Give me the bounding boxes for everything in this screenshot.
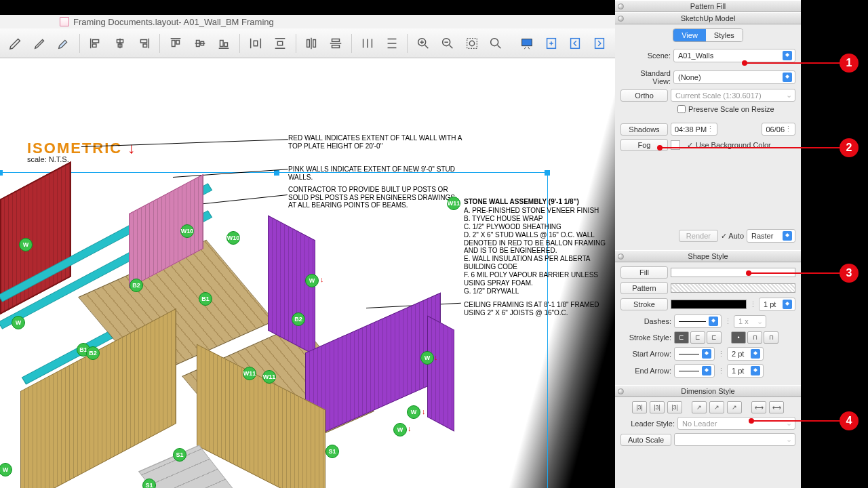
stroke-width-select[interactable]: 1 pt: [759, 298, 795, 311]
note-ceiling: CEILING FRAMING IS AT 8'-1 1/8" FRAMED U…: [464, 301, 615, 317]
note-pink-wall: PINK WALLS INDICATE EXTENT OF NEW 9'-0" …: [288, 165, 465, 181]
dashes-select[interactable]: [674, 314, 722, 328]
callout-2: 2: [840, 138, 859, 157]
stroke-swatch[interactable]: [671, 300, 747, 309]
badge-s1a: S1: [326, 445, 339, 458]
model-viewport[interactable]: W10 W10 W W B2 B1 B2 W B1 B2 W11 W11 W W…: [0, 187, 475, 488]
presentation-icon[interactable]: [518, 34, 536, 53]
note-stone-c: C. 1/2" PLYWOOD SHEATHING: [464, 223, 561, 231]
wall-purple-3: [427, 315, 454, 431]
preserve-scale-checkbox[interactable]: [677, 105, 686, 113]
prev-page-icon[interactable]: [567, 34, 585, 53]
note-stone-title: STONE WALL ASSEMBLY (9'-1 1/8"): [464, 198, 579, 206]
svg-point-3: [469, 41, 474, 45]
end-arrow-size[interactable]: 1 pt: [727, 364, 764, 378]
flip-v-icon[interactable]: [327, 34, 344, 53]
wall-purple-2: [305, 292, 441, 441]
note-stone-f: F. 6 MIL POLY VAPOUR BARRIER UNLESS USIN…: [464, 271, 615, 287]
align-middle-icon[interactable]: [191, 34, 209, 53]
highlighter-tool-icon[interactable]: [55, 34, 73, 53]
panel-shape-style-header[interactable]: Shape Style: [615, 250, 801, 262]
document-title: Framing Documents.layout- A01_Wall_BM Fr…: [73, 17, 274, 27]
svg-rect-8: [595, 38, 604, 48]
zoom-actual-icon[interactable]: [487, 34, 505, 53]
auto-render-checkbox[interactable]: ✓ Auto: [721, 232, 744, 241]
callout-stripe: [801, 0, 868, 488]
svg-rect-5: [522, 39, 532, 45]
tabs-view-styles[interactable]: View Styles: [673, 28, 743, 42]
start-arrow-select[interactable]: [674, 347, 715, 361]
badge-b1a: B1: [199, 292, 212, 306]
callout-1: 1: [840, 54, 859, 73]
zoom-out-icon[interactable]: [439, 34, 456, 53]
panel-sketchup-header[interactable]: SketchUp Model: [615, 12, 801, 24]
cap-style-group[interactable]: ⊏⊏⊏: [674, 331, 722, 344]
align-right-icon[interactable]: [136, 34, 153, 53]
dim-icon-row[interactable]: |3||3||3| ↗︎↗︎↗︎ ⟷⟷: [620, 401, 795, 413]
add-page-icon[interactable]: [542, 34, 560, 53]
render-mode-select[interactable]: Raster: [747, 229, 795, 243]
badge-w2: W: [305, 274, 319, 287]
badge-w1: W: [19, 238, 33, 251]
scale-select[interactable]: Current Scale (1:30.6017)⌄: [671, 89, 795, 102]
align-top-icon[interactable]: [167, 34, 184, 53]
badge-w10b: W10: [226, 231, 240, 245]
start-arrow-size[interactable]: 2 pt: [727, 347, 764, 361]
badge-w10a: W10: [180, 224, 194, 238]
note-stone-d: D. 2" X 6" STUD WALLS @ 16" O.C. WALL DE…: [464, 231, 615, 255]
align-center-h-icon[interactable]: [111, 34, 129, 53]
zoom-in-icon[interactable]: [414, 34, 432, 53]
autoscale-button[interactable]: Auto Scale: [620, 434, 671, 446]
viewport-title: ISOMETRIC: [27, 140, 122, 157]
align-left-icon[interactable]: [87, 34, 104, 53]
shadows-button[interactable]: Shadows: [620, 123, 668, 136]
distribute-gap-h-icon[interactable]: [359, 34, 376, 53]
pattern-button[interactable]: Pattern: [620, 282, 668, 294]
badge-w11a: W11: [243, 367, 256, 380]
pattern-swatch[interactable]: [671, 283, 795, 293]
canvas[interactable]: ISOMETRIC ↓ scale: N.T.S. RED WALL INDIC…: [0, 58, 615, 488]
pen-tool-icon[interactable]: [31, 34, 49, 53]
pencil-tool-icon[interactable]: [7, 34, 24, 53]
panel-dimension-style-header[interactable]: Dimension Style: [615, 385, 801, 397]
toolbar: [0, 28, 615, 58]
note-stone-a: A. PRE-FINISHED STONE VENEER FINISH: [464, 207, 599, 215]
flip-h-icon[interactable]: [303, 34, 321, 53]
badge-w-right: W: [420, 351, 434, 365]
badge-w6: W: [0, 463, 12, 476]
autoscale-select[interactable]: ⌄: [674, 433, 795, 446]
badge-w4: W: [407, 405, 420, 419]
inspector-panels: Pattern Fill SketchUp Model View Styles …: [615, 0, 801, 488]
callout-4: 4: [840, 411, 859, 430]
std-view-label: Standard View:: [620, 69, 671, 85]
next-page-icon[interactable]: [591, 34, 608, 53]
wall-tan-1: [20, 308, 176, 488]
document-icon: [60, 17, 69, 26]
join-style-group[interactable]: •⊓⊓: [731, 331, 778, 344]
distribute-h-icon[interactable]: [247, 34, 264, 53]
dash-scale-select[interactable]: 1 x⌄: [734, 315, 766, 328]
svg-rect-2: [467, 38, 477, 48]
badge-b2a: B2: [130, 279, 143, 292]
tab-styles[interactable]: Styles: [706, 29, 743, 41]
scene-select[interactable]: A01_Walls: [673, 49, 795, 62]
end-arrow-select[interactable]: [674, 364, 715, 378]
distribute-v-icon[interactable]: [271, 34, 289, 53]
svg-rect-7: [571, 38, 580, 48]
note-stone-e: E. WALL INSULATION AS PER ALBERTA BUILDI…: [464, 255, 615, 270]
render-button[interactable]: Render: [679, 230, 718, 242]
svg-point-4: [491, 38, 498, 45]
distribute-gap-v-icon[interactable]: [383, 34, 401, 53]
stroke-button[interactable]: Stroke: [620, 298, 668, 310]
leader-style-select[interactable]: No Leader⌄: [677, 417, 795, 430]
ortho-button[interactable]: Ortho: [620, 89, 668, 102]
shadow-time-input[interactable]: 04:38 PM⋮: [671, 123, 717, 136]
align-bottom-icon[interactable]: [216, 34, 233, 53]
zoom-extents-icon[interactable]: [463, 34, 481, 53]
std-view-select[interactable]: (None): [673, 70, 795, 84]
fill-button[interactable]: Fill: [620, 266, 668, 279]
tab-view[interactable]: View: [673, 29, 706, 41]
shadow-date-input[interactable]: 06/06⋮: [762, 123, 795, 136]
panel-pattern-fill-header[interactable]: Pattern Fill: [615, 0, 801, 12]
scene-label: Scene:: [620, 52, 671, 60]
